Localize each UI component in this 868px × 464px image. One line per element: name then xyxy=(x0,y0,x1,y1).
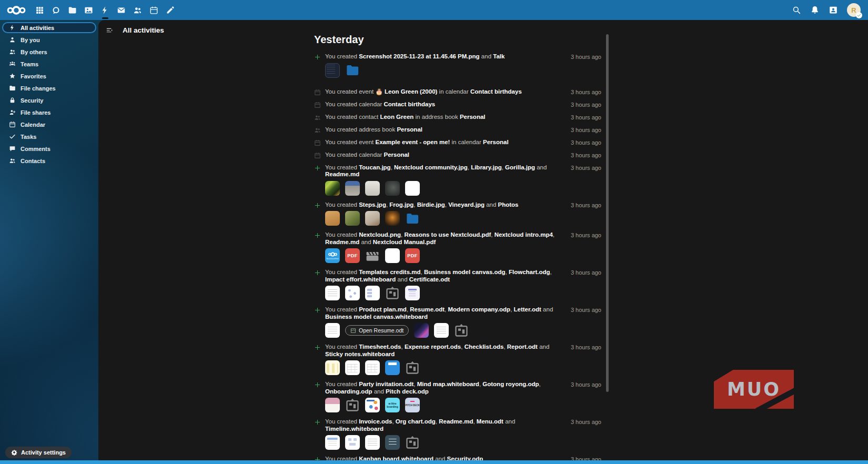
invoice-thumbnail[interactable] xyxy=(325,435,340,450)
entity-link[interactable]: Impact effort.whiteboard xyxy=(325,276,396,283)
entity-link[interactable]: Personal xyxy=(397,126,422,133)
org-chart-thumbnail[interactable] xyxy=(345,435,360,450)
entity-link[interactable]: 🎂 Leon Green (2000) xyxy=(375,88,437,95)
entity-link[interactable]: Product plan.md xyxy=(359,306,407,312)
gorilla-photo-thumbnail[interactable] xyxy=(385,181,400,196)
entity-link[interactable]: Certificate.odt xyxy=(409,276,450,283)
whiteboard-icon[interactable] xyxy=(385,286,400,300)
sidebar-item-by-others[interactable]: By others xyxy=(2,46,96,57)
whiteboard-icon[interactable] xyxy=(454,323,469,338)
entity-link[interactable]: Personal xyxy=(460,114,486,120)
entity-link[interactable]: Resume.odt xyxy=(410,306,445,312)
entity-link[interactable]: Nextcloud.png xyxy=(359,231,401,238)
entity-link[interactable]: Invoice.ods xyxy=(359,418,392,425)
sidebar-item-calendar[interactable]: Calendar xyxy=(2,119,96,130)
readme-doc-thumbnail[interactable] xyxy=(385,248,400,263)
calendar-app-button[interactable] xyxy=(146,0,162,20)
modern-company-slide-thumbnail[interactable] xyxy=(414,323,429,338)
talk-folder-icon[interactable] xyxy=(345,63,360,78)
entity-link[interactable]: Gorilla.jpg xyxy=(505,164,535,170)
entity-link[interactable]: Org chart.odg xyxy=(396,418,436,425)
entity-link[interactable]: Flowchart.odg xyxy=(509,269,550,275)
entity-link[interactable]: Toucan.jpg xyxy=(359,164,390,170)
entity-link[interactable]: Timeline.whiteboard xyxy=(325,426,383,432)
templates-credits-thumbnail[interactable] xyxy=(325,286,340,300)
notes-app-button[interactable] xyxy=(162,0,178,20)
talk-app-button[interactable] xyxy=(48,0,64,20)
certificate-thumbnail[interactable] xyxy=(405,286,420,300)
sidebar-item-by-you[interactable]: By you xyxy=(2,34,96,45)
entity-link[interactable]: Birdie.jpg xyxy=(417,201,445,208)
contacts-app-button[interactable] xyxy=(129,0,146,20)
entity-link[interactable]: Gotong royong.odp xyxy=(482,381,539,387)
entity-link[interactable]: Readme.md xyxy=(325,171,359,177)
entity-link[interactable]: Report.odt xyxy=(507,344,538,350)
party-invitation-thumbnail[interactable] xyxy=(325,398,340,412)
library-photo-thumbnail[interactable] xyxy=(365,181,380,196)
user-avatar[interactable]: R xyxy=(847,3,861,17)
entity-link[interactable]: Steps.jpg xyxy=(359,201,386,208)
report-thumbnail[interactable] xyxy=(385,360,400,375)
toucan-photo-thumbnail[interactable] xyxy=(325,181,340,196)
frog-photo-thumbnail[interactable] xyxy=(345,211,360,226)
notifications-button[interactable] xyxy=(810,5,820,15)
entity-link[interactable]: Frog.jpg xyxy=(389,201,413,208)
menu-doc-thumbnail[interactable] xyxy=(385,435,400,450)
whiteboard-icon[interactable] xyxy=(345,398,360,412)
entity-link[interactable]: Nextcloud intro.mp4 xyxy=(494,231,553,238)
entity-link[interactable]: Personal xyxy=(483,139,509,145)
mail-app-button[interactable] xyxy=(113,0,129,20)
timesheet-thumbnail[interactable] xyxy=(325,360,340,375)
entity-link[interactable]: Readme.md xyxy=(439,418,473,425)
business-model-canvas-thumbnail[interactable] xyxy=(345,286,360,300)
collapse-sidebar-button[interactable] xyxy=(103,23,116,37)
vineyard-photo-thumbnail[interactable] xyxy=(385,211,400,226)
entity-link[interactable]: Business model canvas.whiteboard xyxy=(325,314,428,320)
pitch-deck-slide-thumbnail[interactable]: PITCH DECK xyxy=(405,398,420,412)
entity-link[interactable]: Photos xyxy=(498,201,519,208)
sidebar-item-security[interactable]: Security xyxy=(2,95,96,106)
entity-link[interactable]: Nextcloud Manual.pdf xyxy=(373,239,436,245)
checklist-thumbnail[interactable] xyxy=(365,360,380,375)
entity-link[interactable]: Vineyard.jpg xyxy=(448,201,485,208)
entity-link[interactable]: Screenshot 2025-11-23 at 11.45.46 PM.png xyxy=(359,53,479,59)
entity-link[interactable]: Menu.odt xyxy=(477,418,503,425)
entity-link[interactable]: Onboarding.odp xyxy=(325,388,372,395)
dashboard-app-button[interactable] xyxy=(32,0,48,20)
entity-link[interactable]: Timesheet.ods xyxy=(359,344,401,350)
sidebar-item-file-shares[interactable]: File shares xyxy=(2,107,96,118)
files-app-button[interactable] xyxy=(64,0,80,20)
entity-link[interactable]: Example event - open me! xyxy=(375,139,450,145)
broken-image-placeholder[interactable]: Open Resume.odt xyxy=(345,325,409,336)
steps-photo-thumbnail[interactable] xyxy=(325,211,340,226)
activity-app-button[interactable] xyxy=(97,0,113,20)
entity-link[interactable]: Kanban board.whiteboard xyxy=(359,456,433,460)
sidebar-item-tasks[interactable]: Tasks xyxy=(2,131,96,142)
nextcloud-logo-thumbnail[interactable]: Nextcloud Hub xyxy=(325,248,340,263)
entity-link[interactable]: Pitch deck.odp xyxy=(386,388,429,395)
entity-link[interactable]: Modern company.odp xyxy=(448,306,511,312)
entity-link[interactable]: Contact birthdays xyxy=(383,101,435,107)
unified-search-button[interactable] xyxy=(792,5,801,15)
sidebar-item-comments[interactable]: Comments xyxy=(2,143,96,154)
activity-settings-button[interactable]: Activity settings xyxy=(5,447,72,458)
whiteboard-icon[interactable] xyxy=(405,435,420,450)
entity-link[interactable]: Talk xyxy=(493,53,504,59)
video-clapperboard-icon[interactable] xyxy=(365,248,380,263)
entity-link[interactable]: Nextcloud community.jpg xyxy=(394,164,468,170)
letter-thumbnail[interactable] xyxy=(434,323,449,338)
contacts-menu-button[interactable] xyxy=(829,5,838,15)
product-plan-thumbnail[interactable] xyxy=(325,323,340,338)
entity-link[interactable]: Library.jpg xyxy=(471,164,502,170)
entity-link[interactable]: Reasons to use Nextcloud.pdf xyxy=(404,231,491,238)
entity-link[interactable]: Sticky notes.whiteboard xyxy=(325,351,395,357)
nextcloud-community-photo-thumbnail[interactable] xyxy=(345,181,360,196)
readme-doc-thumbnail[interactable] xyxy=(405,181,420,196)
expense-report-thumbnail[interactable] xyxy=(345,360,360,375)
sidebar-item-all-activities[interactable]: All activities xyxy=(2,22,96,33)
screenshot-thumbnail[interactable] xyxy=(325,63,340,78)
entity-link[interactable]: Contact birthdays xyxy=(470,88,522,95)
pdf-icon[interactable]: PDF xyxy=(405,248,420,263)
photos-folder-icon[interactable] xyxy=(405,211,420,226)
nextcloud-logo[interactable] xyxy=(6,4,26,16)
